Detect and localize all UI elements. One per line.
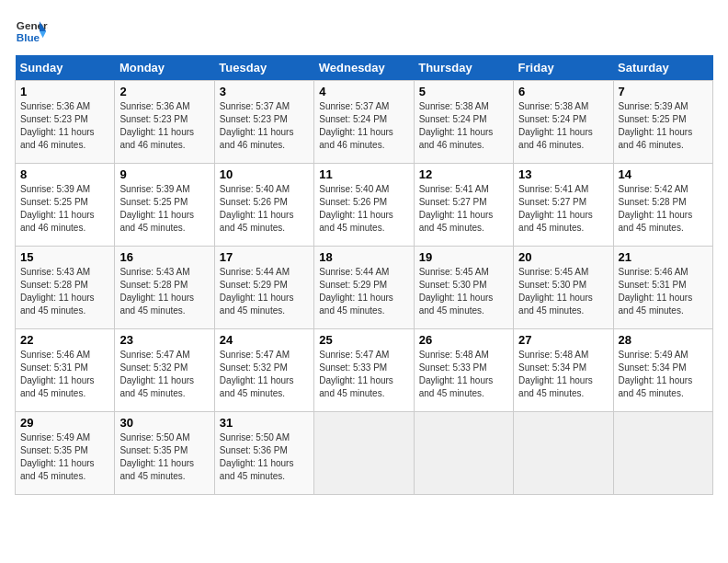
calendar-cell: 30 Sunrise: 5:50 AMSunset: 5:35 PMDaylig… — [115, 412, 214, 495]
day-info: Sunrise: 5:49 AMSunset: 5:34 PMDaylight:… — [619, 350, 693, 398]
day-number: 6 — [518, 85, 608, 98]
day-number: 15 — [20, 250, 109, 264]
day-number: 24 — [220, 333, 309, 347]
calendar-cell: 2 Sunrise: 5:36 AMSunset: 5:23 PMDayligh… — [115, 81, 214, 164]
calendar-cell: 6 Sunrise: 5:38 AMSunset: 5:24 PMDayligh… — [514, 81, 613, 164]
day-info: Sunrise: 5:43 AMSunset: 5:28 PMDaylight:… — [20, 267, 95, 316]
day-info: Sunrise: 5:48 AMSunset: 5:33 PMDaylight:… — [419, 350, 494, 398]
day-number: 31 — [220, 416, 309, 430]
calendar-week-row: 1 Sunrise: 5:36 AMSunset: 5:23 PMDayligh… — [16, 81, 713, 164]
day-number: 27 — [518, 333, 608, 347]
day-number: 11 — [319, 167, 408, 181]
calendar-cell: 7 Sunrise: 5:39 AMSunset: 5:25 PMDayligh… — [613, 81, 712, 164]
day-info: Sunrise: 5:47 AMSunset: 5:33 PMDaylight:… — [319, 350, 393, 398]
calendar-cell: 16 Sunrise: 5:43 AMSunset: 5:28 PMDaylig… — [115, 247, 214, 329]
day-number: 10 — [220, 167, 309, 181]
day-info: Sunrise: 5:49 AMSunset: 5:35 PMDaylight:… — [20, 432, 95, 481]
day-number: 22 — [20, 333, 109, 347]
day-number: 1 — [20, 85, 109, 98]
weekday-header-row: SundayMondayTuesdayWednesdayThursdayFrid… — [16, 55, 713, 81]
calendar-cell: 8 Sunrise: 5:39 AMSunset: 5:25 PMDayligh… — [16, 164, 115, 247]
day-number: 23 — [119, 333, 209, 347]
calendar-cell: 12 Sunrise: 5:41 AMSunset: 5:27 PMDaylig… — [414, 164, 513, 247]
calendar-cell: 27 Sunrise: 5:48 AMSunset: 5:34 PMDaylig… — [514, 329, 613, 412]
day-info: Sunrise: 5:44 AMSunset: 5:29 PMDaylight:… — [319, 267, 393, 316]
day-info: Sunrise: 5:47 AMSunset: 5:32 PMDaylight:… — [220, 350, 294, 398]
calendar-week-row: 29 Sunrise: 5:49 AMSunset: 5:35 PMDaylig… — [16, 412, 713, 495]
calendar-cell: 29 Sunrise: 5:49 AMSunset: 5:35 PMDaylig… — [16, 412, 115, 495]
day-number: 30 — [119, 416, 209, 430]
weekday-header-saturday: Saturday — [613, 55, 712, 81]
day-number: 20 — [518, 250, 608, 264]
day-info: Sunrise: 5:44 AMSunset: 5:29 PMDaylight:… — [220, 267, 294, 316]
day-number: 4 — [319, 85, 408, 98]
calendar-cell: 24 Sunrise: 5:47 AMSunset: 5:32 PMDaylig… — [214, 329, 313, 412]
calendar-week-row: 15 Sunrise: 5:43 AMSunset: 5:28 PMDaylig… — [16, 247, 713, 329]
calendar-cell: 28 Sunrise: 5:49 AMSunset: 5:34 PMDaylig… — [613, 329, 712, 412]
day-info: Sunrise: 5:50 AMSunset: 5:35 PMDaylight:… — [119, 432, 194, 481]
day-info: Sunrise: 5:36 AMSunset: 5:23 PMDaylight:… — [20, 101, 95, 150]
weekday-header-wednesday: Wednesday — [314, 55, 414, 81]
day-info: Sunrise: 5:40 AMSunset: 5:26 PMDaylight:… — [220, 184, 294, 233]
day-number: 9 — [119, 167, 209, 181]
day-number: 25 — [319, 333, 408, 347]
calendar-week-row: 22 Sunrise: 5:46 AMSunset: 5:31 PMDaylig… — [16, 329, 713, 412]
day-info: Sunrise: 5:39 AMSunset: 5:25 PMDaylight:… — [20, 184, 95, 233]
calendar-cell — [613, 412, 712, 495]
calendar-cell: 5 Sunrise: 5:38 AMSunset: 5:24 PMDayligh… — [414, 81, 513, 164]
day-info: Sunrise: 5:45 AMSunset: 5:30 PMDaylight:… — [419, 267, 494, 316]
day-number: 19 — [419, 250, 508, 264]
day-info: Sunrise: 5:38 AMSunset: 5:24 PMDaylight:… — [518, 101, 593, 150]
day-number: 14 — [619, 167, 708, 181]
day-info: Sunrise: 5:47 AMSunset: 5:32 PMDaylight:… — [119, 350, 194, 398]
day-number: 17 — [220, 250, 309, 264]
calendar-cell: 21 Sunrise: 5:46 AMSunset: 5:31 PMDaylig… — [613, 247, 712, 329]
calendar-cell: 25 Sunrise: 5:47 AMSunset: 5:33 PMDaylig… — [314, 329, 414, 412]
day-info: Sunrise: 5:45 AMSunset: 5:30 PMDaylight:… — [518, 267, 593, 316]
calendar-cell — [414, 412, 513, 495]
calendar-cell: 17 Sunrise: 5:44 AMSunset: 5:29 PMDaylig… — [214, 247, 313, 329]
day-info: Sunrise: 5:39 AMSunset: 5:25 PMDaylight:… — [119, 184, 194, 233]
day-info: Sunrise: 5:48 AMSunset: 5:34 PMDaylight:… — [518, 350, 593, 398]
calendar-cell: 18 Sunrise: 5:44 AMSunset: 5:29 PMDaylig… — [314, 247, 414, 329]
svg-marker-3 — [40, 31, 46, 38]
calendar-cell: 15 Sunrise: 5:43 AMSunset: 5:28 PMDaylig… — [16, 247, 115, 329]
day-info: Sunrise: 5:37 AMSunset: 5:23 PMDaylight:… — [220, 101, 294, 150]
weekday-header-friday: Friday — [514, 55, 613, 81]
day-info: Sunrise: 5:46 AMSunset: 5:31 PMDaylight:… — [20, 350, 95, 398]
weekday-header-sunday: Sunday — [16, 55, 115, 81]
day-info: Sunrise: 5:46 AMSunset: 5:31 PMDaylight:… — [619, 267, 693, 316]
calendar-cell: 23 Sunrise: 5:47 AMSunset: 5:32 PMDaylig… — [115, 329, 214, 412]
day-number: 16 — [119, 250, 209, 264]
calendar-cell — [514, 412, 613, 495]
calendar-cell: 14 Sunrise: 5:42 AMSunset: 5:28 PMDaylig… — [613, 164, 712, 247]
weekday-header-tuesday: Tuesday — [214, 55, 313, 81]
calendar-cell: 9 Sunrise: 5:39 AMSunset: 5:25 PMDayligh… — [115, 164, 214, 247]
day-number: 26 — [419, 333, 508, 347]
day-number: 12 — [419, 167, 508, 181]
day-number: 3 — [220, 85, 309, 98]
day-number: 21 — [619, 250, 708, 264]
calendar-table: SundayMondayTuesdayWednesdayThursdayFrid… — [15, 55, 713, 495]
calendar-cell: 13 Sunrise: 5:41 AMSunset: 5:27 PMDaylig… — [514, 164, 613, 247]
calendar-cell: 22 Sunrise: 5:46 AMSunset: 5:31 PMDaylig… — [16, 329, 115, 412]
day-number: 7 — [619, 85, 708, 98]
calendar-cell — [314, 412, 414, 495]
calendar-cell: 3 Sunrise: 5:37 AMSunset: 5:23 PMDayligh… — [214, 81, 313, 164]
logo-icon: General Blue — [15, 15, 48, 48]
calendar-week-row: 8 Sunrise: 5:39 AMSunset: 5:25 PMDayligh… — [16, 164, 713, 247]
calendar-cell: 11 Sunrise: 5:40 AMSunset: 5:26 PMDaylig… — [314, 164, 414, 247]
calendar-cell: 19 Sunrise: 5:45 AMSunset: 5:30 PMDaylig… — [414, 247, 513, 329]
day-info: Sunrise: 5:37 AMSunset: 5:24 PMDaylight:… — [319, 101, 393, 150]
day-info: Sunrise: 5:41 AMSunset: 5:27 PMDaylight:… — [518, 184, 593, 233]
weekday-header-monday: Monday — [115, 55, 214, 81]
day-info: Sunrise: 5:39 AMSunset: 5:25 PMDaylight:… — [619, 101, 693, 150]
day-number: 29 — [20, 416, 109, 430]
day-info: Sunrise: 5:36 AMSunset: 5:23 PMDaylight:… — [119, 101, 194, 150]
weekday-header-thursday: Thursday — [414, 55, 513, 81]
day-info: Sunrise: 5:50 AMSunset: 5:36 PMDaylight:… — [220, 432, 294, 481]
calendar-cell: 10 Sunrise: 5:40 AMSunset: 5:26 PMDaylig… — [214, 164, 313, 247]
day-number: 18 — [319, 250, 408, 264]
calendar-cell: 26 Sunrise: 5:48 AMSunset: 5:33 PMDaylig… — [414, 329, 513, 412]
logo: General Blue — [15, 15, 48, 48]
